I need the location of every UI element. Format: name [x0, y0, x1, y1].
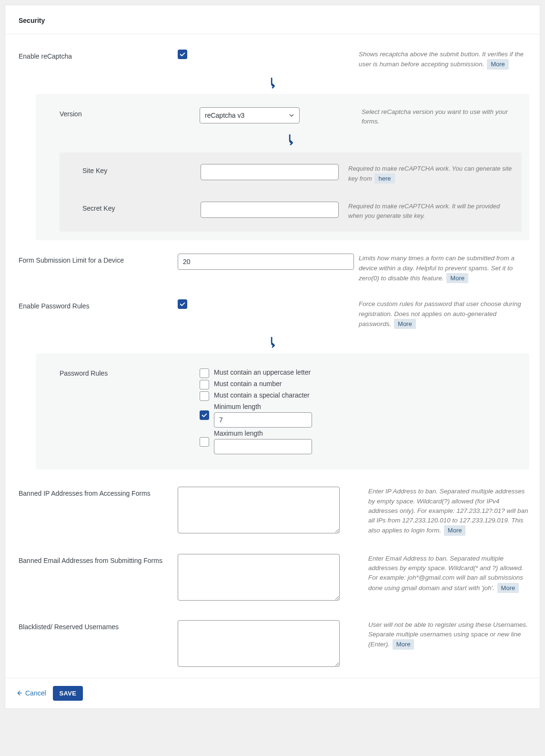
- banned-email-help: Enter Email Address to ban. Separated mu…: [368, 554, 529, 593]
- rule-max-length-input[interactable]: [214, 439, 312, 454]
- site-key-label: Site Key: [82, 164, 201, 174]
- submission-limit-help: Limits how many times a form can be subm…: [359, 254, 529, 283]
- card-footer: Cancel SAVE: [5, 678, 540, 708]
- enable-recaptcha-help: Shows recaptcha above the submit button.…: [359, 50, 529, 70]
- rule-number: Must contain a number: [200, 380, 390, 389]
- banned-ip-help: Enter IP Address to ban. Separated multi…: [368, 487, 529, 536]
- card-title: Security: [5, 5, 540, 34]
- blacklist-usernames-label: Blacklisted/ Reserved Usernames: [16, 620, 178, 631]
- banned-ip-more[interactable]: More: [444, 525, 466, 536]
- banned-ip-label: Banned IP Addresses from Accessing Forms: [16, 487, 178, 497]
- site-key-help: Required to make reCAPTCHA work. You can…: [348, 164, 515, 184]
- banned-email-more[interactable]: More: [497, 583, 519, 593]
- enable-password-rules-label: Enable Password Rules: [16, 299, 178, 310]
- row-secret-key: Secret Key Required to make reCAPTCHA wo…: [82, 197, 515, 225]
- row-enable-password-rules: Enable Password Rules Force custom rules…: [16, 295, 529, 334]
- secret-key-help: Required to make reCAPTCHA work. It will…: [348, 202, 515, 220]
- enable-recaptcha-more[interactable]: More: [487, 59, 509, 70]
- row-recaptcha-version: Version reCaptcha v3 Select reCaptcha ve…: [60, 102, 522, 132]
- enable-password-rules-more[interactable]: More: [394, 319, 416, 329]
- site-key-input[interactable]: [201, 164, 339, 180]
- arrow-icon: [16, 334, 529, 351]
- enable-password-rules-help: Force custom rules for password that use…: [359, 299, 529, 329]
- enable-recaptcha-label: Enable reCaptcha: [16, 50, 178, 60]
- arrow-icon: [16, 74, 529, 92]
- row-password-rules: Password Rules Must contain an uppercase…: [60, 362, 522, 461]
- secret-key-label: Secret Key: [82, 202, 201, 212]
- submission-limit-more[interactable]: More: [446, 273, 468, 284]
- arrow-icon: [60, 131, 522, 149]
- rule-number-checkbox[interactable]: [200, 380, 209, 389]
- row-site-key: Site Key Required to make reCAPTCHA work…: [82, 159, 515, 188]
- blacklist-usernames-textarea[interactable]: [178, 620, 340, 667]
- submission-limit-input[interactable]: [178, 254, 354, 270]
- site-key-here-link[interactable]: here: [374, 174, 394, 184]
- blacklist-usernames-more[interactable]: More: [393, 639, 414, 650]
- row-enable-recaptcha: Enable reCaptcha Shows recaptcha above t…: [16, 45, 529, 74]
- recaptcha-version-select[interactable]: reCaptcha v3: [200, 107, 300, 123]
- save-button[interactable]: SAVE: [53, 686, 83, 701]
- rule-min-length-checkbox[interactable]: [200, 410, 209, 420]
- card-body: Enable reCaptcha Shows recaptcha above t…: [5, 34, 540, 678]
- rule-max-length-label: Maximum length: [214, 429, 312, 437]
- enable-password-rules-checkbox[interactable]: [178, 299, 187, 309]
- rule-uppercase-checkbox[interactable]: [200, 368, 209, 378]
- rule-uppercase-label: Must contain an uppercase letter: [214, 368, 311, 376]
- rule-max-length-checkbox[interactable]: [200, 437, 209, 447]
- recaptcha-version-label: Version: [60, 107, 200, 118]
- rule-special-checkbox[interactable]: [200, 391, 209, 401]
- row-banned-ip: Banned IP Addresses from Accessing Forms…: [16, 482, 529, 541]
- blacklist-usernames-help: User will not be able to register using …: [368, 620, 529, 650]
- cancel-link[interactable]: Cancel: [16, 689, 46, 697]
- rule-uppercase: Must contain an uppercase letter: [200, 368, 390, 378]
- security-settings-card: Security Enable reCaptcha Shows recaptch…: [5, 5, 540, 709]
- secret-key-input[interactable]: [201, 202, 339, 218]
- rule-min-length-input[interactable]: [214, 412, 312, 428]
- rule-number-label: Must contain a number: [214, 380, 282, 388]
- rule-special-label: Must contain a special character: [214, 391, 310, 399]
- rule-min-length: Minimum length: [200, 403, 390, 428]
- row-blacklist-usernames: Blacklisted/ Reserved Usernames User wil…: [16, 615, 529, 673]
- submission-limit-label: Form Submission Limit for a Device: [16, 254, 178, 264]
- recaptcha-nested: Version reCaptcha v3 Select reCaptcha ve…: [36, 94, 529, 241]
- row-submission-limit: Form Submission Limit for a Device Limit…: [16, 249, 529, 288]
- recaptcha-version-help: Select reCaptcha version you want to use…: [362, 107, 522, 127]
- rule-min-length-label: Minimum length: [214, 403, 312, 410]
- banned-email-label: Banned Email Addresses from Submitting F…: [16, 554, 178, 564]
- recaptcha-keys-nested: Site Key Required to make reCAPTCHA work…: [60, 153, 522, 232]
- rule-max-length: Maximum length: [200, 429, 390, 454]
- password-rules-label: Password Rules: [60, 367, 200, 377]
- row-banned-email: Banned Email Addresses from Submitting F…: [16, 549, 529, 607]
- arrow-left-icon: [16, 690, 22, 696]
- rule-special: Must contain a special character: [200, 391, 390, 401]
- enable-recaptcha-checkbox[interactable]: [178, 50, 187, 59]
- banned-email-textarea[interactable]: [178, 554, 340, 601]
- banned-ip-textarea[interactable]: [178, 487, 340, 533]
- password-rules-nested: Password Rules Must contain an uppercase…: [36, 353, 529, 470]
